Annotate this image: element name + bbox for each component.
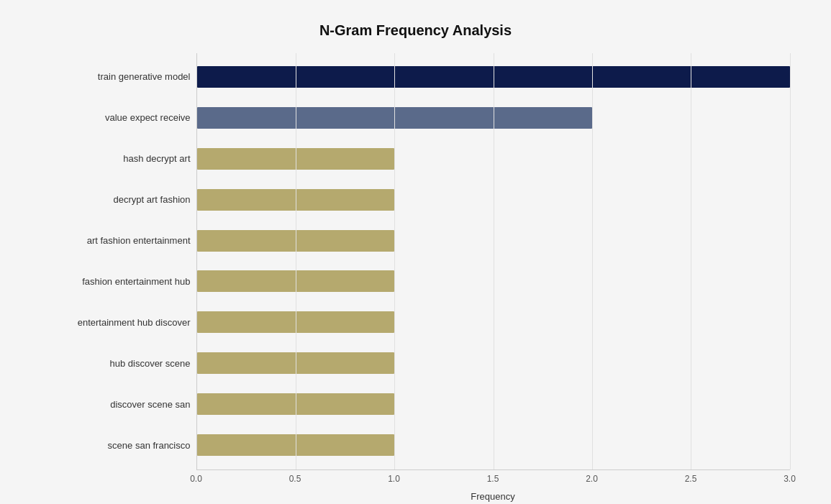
grid-line [691,53,691,469]
grid-line [790,53,791,469]
chart-title: N-Gram Frequency Analysis [42,22,790,39]
x-tick: 2.5 [685,474,697,484]
y-label: entertainment hub discover [42,317,191,329]
y-label: art fashion entertainment [42,235,191,247]
y-label: hub discover scene [42,358,191,370]
x-tick: 1.0 [388,474,400,484]
plot-area [196,53,790,470]
grid-line [394,53,395,469]
grid-line [494,53,494,469]
y-label: fashion entertainment hub [42,276,191,288]
x-tick: 2.0 [586,474,598,484]
x-tick: 0.5 [289,474,301,484]
chart-container: N-Gram Frequency Analysis train generati… [20,8,812,497]
y-label: train generative model [42,71,191,83]
y-label: value expect receive [42,112,191,124]
x-tick: 3.0 [784,474,796,484]
grid-line [296,53,296,469]
x-tick: 1.5 [487,474,499,484]
y-label: scene san francisco [42,440,191,452]
y-label: decrypt art fashion [42,194,191,206]
x-ticks: 0.00.51.01.52.02.53.0 [196,474,790,488]
grid-line [592,53,593,469]
x-tick: 0.0 [190,474,202,484]
y-axis-labels: train generative modelvalue expect recei… [42,53,196,470]
y-label: hash decrypt art [42,153,191,165]
x-axis: 0.00.51.01.52.02.53.0 Frequency [196,470,790,502]
chart-area: train generative modelvalue expect recei… [42,53,790,470]
y-label: discover scene san [42,399,191,411]
x-axis-label: Frequency [196,491,790,502]
